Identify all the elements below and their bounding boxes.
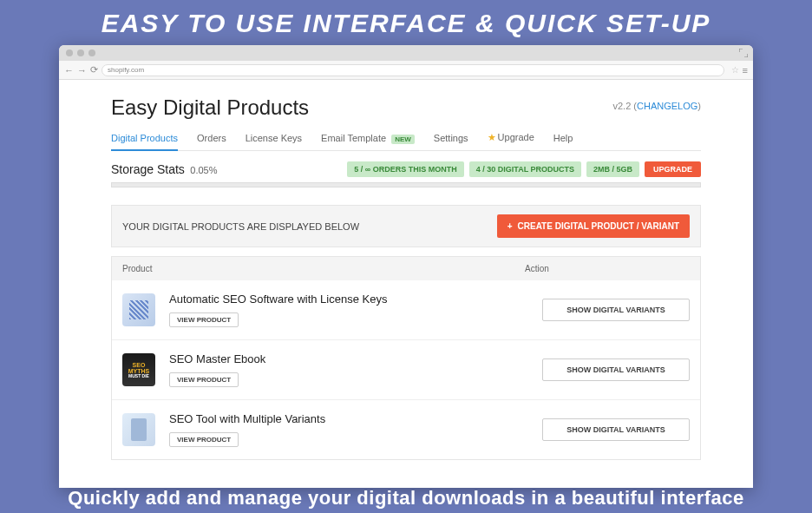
forward-arrow-icon[interactable]: →	[77, 65, 87, 76]
product-thumbnail	[122, 293, 155, 326]
view-product-button[interactable]: VIEW PRODUCT	[169, 312, 239, 327]
expand-icon[interactable]	[739, 49, 748, 57]
storage-row: Storage Stats 0.05% 5 / ∞ ORDERS THIS MO…	[111, 151, 701, 182]
view-product-button[interactable]: VIEW PRODUCT	[169, 372, 239, 387]
minimize-dot-icon[interactable]	[77, 49, 84, 56]
create-btn-label: CREATE DIGITAL PRODUCT / VARIANT	[518, 221, 679, 231]
product-name: SEO Tool with Multiple Variants	[169, 412, 542, 425]
product-main: SEO Tool with Multiple Variants VIEW PRO…	[169, 412, 542, 447]
reload-icon[interactable]: ⟳	[90, 64, 98, 76]
display-message: YOUR DIGITAL PRODUCTS ARE DISPLAYED BELO…	[122, 221, 359, 232]
storage-title: Storage Stats 0.05%	[111, 161, 217, 177]
browser-window: ← → ⟳ shopify.com ☆ ≡ Easy Digital Produ…	[59, 45, 753, 488]
tab-email-template[interactable]: Email Template NEW	[321, 133, 415, 143]
size-badge: 2MB / 5GB	[586, 161, 639, 177]
app-title: Easy Digital Products	[111, 95, 309, 120]
close-dot-icon[interactable]	[66, 49, 73, 56]
bookmark-star-icon[interactable]: ☆	[731, 65, 739, 75]
table-row: Automatic SEO Software with License Keys…	[112, 280, 700, 340]
view-product-button[interactable]: VIEW PRODUCT	[169, 432, 239, 447]
back-arrow-icon[interactable]: ←	[64, 65, 74, 76]
product-main: Automatic SEO Software with License Keys…	[169, 293, 542, 327]
table-row: SEO Tool with Multiple Variants VIEW PRO…	[112, 400, 700, 459]
create-product-button[interactable]: + CREATE DIGITAL PRODUCT / VARIANT	[497, 214, 690, 238]
tab-settings[interactable]: Settings	[434, 133, 468, 143]
storage-progress-bar	[111, 182, 701, 187]
star-icon: ★	[488, 132, 496, 142]
version-text: v2.2	[613, 101, 632, 111]
upgrade-button[interactable]: UPGRADE	[645, 161, 701, 177]
product-name: Automatic SEO Software with License Keys	[169, 293, 542, 306]
display-header: YOUR DIGITAL PRODUCTS ARE DISPLAYED BELO…	[111, 205, 701, 247]
menu-icon[interactable]: ≡	[743, 65, 748, 76]
tab-email-label: Email Template	[321, 133, 386, 143]
app-header: Easy Digital Products v2.2 (CHANGELOG)	[111, 95, 701, 120]
new-badge: NEW	[391, 135, 415, 144]
show-variants-button[interactable]: SHOW DIGITAL VARIANTS	[542, 299, 690, 321]
app-content: Easy Digital Products v2.2 (CHANGELOG) D…	[59, 80, 753, 488]
browser-traffic-lights	[66, 49, 95, 56]
product-name: SEO Master Ebook	[169, 352, 542, 365]
tab-upgrade-label: Upgrade	[498, 132, 534, 142]
banner-bottom: Quickly add and manage your digital down…	[0, 487, 812, 510]
banner-top: EASY TO USE INTERFACE & QUICK SET-UP	[0, 0, 812, 45]
storage-percent: 0.05%	[190, 165, 217, 175]
changelog-link[interactable]: CHANGELOG	[637, 101, 697, 111]
show-variants-button[interactable]: SHOW DIGITAL VARIANTS	[542, 358, 690, 381]
version-info: v2.2 (CHANGELOG)	[613, 101, 702, 111]
tab-bar: Digital Products Orders License Keys Ema…	[111, 132, 701, 151]
show-variants-button[interactable]: SHOW DIGITAL VARIANTS	[542, 418, 690, 441]
tab-help[interactable]: Help	[553, 133, 573, 143]
tab-digital-products[interactable]: Digital Products	[111, 133, 178, 143]
storage-label: Storage Stats	[111, 162, 185, 176]
table-header: Product Action	[111, 256, 701, 280]
maximize-dot-icon[interactable]	[88, 49, 95, 56]
product-list: Automatic SEO Software with License Keys…	[111, 280, 701, 460]
browser-titlebar	[59, 45, 753, 61]
tab-orders[interactable]: Orders	[197, 133, 226, 143]
table-row: SEOMYTHSMUST DIE SEO Master Ebook VIEW P…	[112, 340, 700, 400]
product-thumbnail	[122, 413, 155, 446]
url-input[interactable]: shopify.com	[102, 64, 724, 76]
browser-addressbar: ← → ⟳ shopify.com ☆ ≡	[59, 61, 753, 80]
url-text: shopify.com	[108, 66, 144, 74]
product-thumbnail: SEOMYTHSMUST DIE	[122, 353, 155, 386]
tab-upgrade[interactable]: ★Upgrade	[488, 132, 534, 143]
col-action: Action	[525, 264, 690, 273]
stat-badges: 5 / ∞ ORDERS THIS MONTH 4 / 30 DIGITAL P…	[347, 161, 701, 177]
product-main: SEO Master Ebook VIEW PRODUCT	[169, 352, 542, 387]
tab-license-keys[interactable]: License Keys	[246, 133, 302, 143]
products-badge: 4 / 30 DIGITAL PRODUCTS	[469, 161, 581, 177]
plus-icon: +	[508, 221, 513, 231]
col-product: Product	[122, 264, 525, 273]
orders-badge: 5 / ∞ ORDERS THIS MONTH	[347, 161, 463, 177]
